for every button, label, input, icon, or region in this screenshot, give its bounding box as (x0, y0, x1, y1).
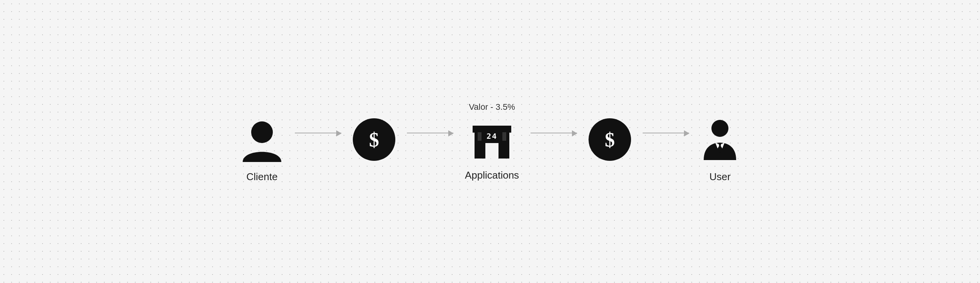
flow-container: Cliente $ Valor - 3.5% (241, 101, 739, 183)
svg-point-0 (251, 121, 273, 143)
dollar1-icon-wrapper: $ (353, 101, 395, 161)
cliente-label: Cliente (246, 171, 277, 183)
svg-text:24: 24 (487, 131, 497, 141)
arrow-2 (407, 133, 453, 133)
flow-item-dollar1: $ (353, 101, 395, 182)
svg-rect-6 (478, 132, 481, 141)
svg-rect-3 (485, 143, 499, 159)
flow-item-user: User (701, 101, 739, 183)
valor-label: Valor - 3.5% (469, 102, 515, 112)
arrow-4 (643, 133, 689, 133)
dollar-symbol-1: $ (369, 128, 379, 151)
dollar-circle-1: $ (353, 118, 395, 161)
arrow-line-4 (643, 133, 689, 133)
user-biz-person-icon (701, 118, 739, 164)
arrow-line-3 (531, 133, 577, 133)
arrow-line-2 (407, 133, 453, 133)
applications-label: Applications (465, 169, 519, 181)
applications-building-icon: 24 (471, 116, 513, 162)
dollar2-icon-wrapper: $ (589, 101, 631, 161)
cliente-icon-wrapper (241, 101, 283, 164)
arrow-line-1 (295, 133, 341, 133)
cliente-person-icon (241, 118, 283, 164)
svg-point-8 (711, 120, 728, 137)
flow-item-cliente: Cliente (241, 101, 283, 183)
applications-icon-wrapper: Valor - 3.5% 24 (469, 102, 515, 162)
dollar-symbol-2: $ (605, 128, 615, 151)
user-label: User (709, 171, 731, 183)
arrow-1 (295, 133, 341, 133)
dollar-circle-2: $ (589, 118, 631, 161)
flow-item-dollar2: $ (589, 101, 631, 182)
user-icon-wrapper (701, 101, 739, 164)
arrow-3 (531, 133, 577, 133)
flow-item-applications: Valor - 3.5% 24 Applications (465, 102, 519, 181)
svg-rect-7 (502, 132, 506, 141)
